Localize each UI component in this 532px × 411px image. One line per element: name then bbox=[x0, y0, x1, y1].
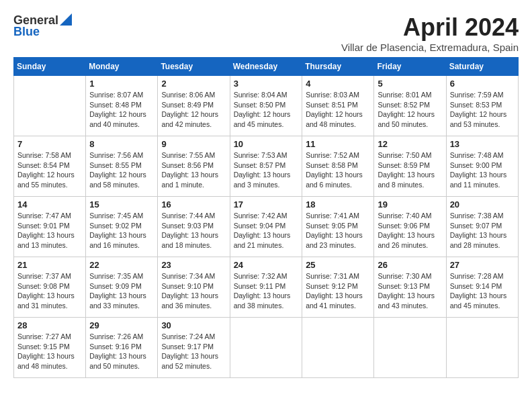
day-info: Sunrise: 7:26 AMSunset: 9:16 PMDaylight:… bbox=[89, 332, 154, 371]
calendar-cell: 18Sunrise: 7:41 AMSunset: 9:05 PMDayligh… bbox=[302, 197, 374, 257]
day-info: Sunrise: 7:59 AMSunset: 8:53 PMDaylight:… bbox=[450, 90, 515, 130]
day-info: Sunrise: 7:44 AMSunset: 9:03 PMDaylight:… bbox=[161, 211, 226, 250]
day-info: Sunrise: 7:34 AMSunset: 9:10 PMDaylight:… bbox=[161, 271, 226, 311]
calendar-cell: 19Sunrise: 7:40 AMSunset: 9:06 PMDayligh… bbox=[374, 197, 446, 257]
calendar-cell: 22Sunrise: 7:35 AMSunset: 9:09 PMDayligh… bbox=[86, 257, 158, 318]
calendar-cell bbox=[230, 318, 302, 378]
calendar-cell: 10Sunrise: 7:53 AMSunset: 8:57 PMDayligh… bbox=[230, 136, 302, 197]
day-number: 27 bbox=[450, 260, 515, 270]
day-info: Sunrise: 7:58 AMSunset: 8:54 PMDaylight:… bbox=[17, 150, 82, 190]
logo-blue-text: Blue bbox=[13, 25, 40, 39]
weekday-header-sunday: Sunday bbox=[14, 58, 86, 76]
calendar-cell: 24Sunrise: 7:32 AMSunset: 9:11 PMDayligh… bbox=[230, 257, 302, 318]
day-number: 24 bbox=[234, 260, 299, 270]
day-info: Sunrise: 7:42 AMSunset: 9:04 PMDaylight:… bbox=[234, 211, 299, 250]
weekday-header-wednesday: Wednesday bbox=[230, 58, 302, 76]
calendar-cell: 15Sunrise: 7:45 AMSunset: 9:02 PMDayligh… bbox=[86, 197, 158, 257]
day-number: 6 bbox=[450, 79, 515, 89]
day-number: 21 bbox=[17, 260, 82, 270]
day-info: Sunrise: 7:56 AMSunset: 8:55 PMDaylight:… bbox=[89, 150, 154, 190]
calendar-cell bbox=[374, 318, 446, 378]
day-info: Sunrise: 7:40 AMSunset: 9:06 PMDaylight:… bbox=[378, 211, 442, 250]
calendar-cell: 23Sunrise: 7:34 AMSunset: 9:10 PMDayligh… bbox=[158, 257, 230, 318]
day-info: Sunrise: 7:27 AMSunset: 9:15 PMDaylight:… bbox=[17, 332, 82, 371]
day-info: Sunrise: 8:03 AMSunset: 8:51 PMDaylight:… bbox=[306, 90, 370, 130]
calendar-cell bbox=[446, 318, 518, 378]
calendar-cell: 14Sunrise: 7:47 AMSunset: 9:01 PMDayligh… bbox=[14, 197, 86, 257]
calendar-cell bbox=[14, 76, 86, 136]
weekday-header-friday: Friday bbox=[374, 58, 446, 76]
day-info: Sunrise: 7:37 AMSunset: 9:08 PMDaylight:… bbox=[17, 271, 82, 311]
day-number: 26 bbox=[378, 260, 442, 270]
weekday-header-row: SundayMondayTuesdayWednesdayThursdayFrid… bbox=[14, 58, 519, 76]
calendar-cell: 9Sunrise: 7:55 AMSunset: 8:56 PMDaylight… bbox=[158, 136, 230, 197]
day-number: 1 bbox=[89, 79, 154, 89]
week-row-3: 14Sunrise: 7:47 AMSunset: 9:01 PMDayligh… bbox=[14, 197, 519, 257]
day-number: 12 bbox=[378, 139, 442, 149]
weekday-header-tuesday: Tuesday bbox=[158, 58, 230, 76]
calendar-cell: 2Sunrise: 8:06 AMSunset: 8:49 PMDaylight… bbox=[158, 76, 230, 136]
calendar-table: SundayMondayTuesdayWednesdayThursdayFrid… bbox=[13, 57, 519, 378]
weekday-header-saturday: Saturday bbox=[446, 58, 518, 76]
day-info: Sunrise: 7:35 AMSunset: 9:09 PMDaylight:… bbox=[89, 271, 154, 311]
day-number: 11 bbox=[306, 139, 370, 149]
day-info: Sunrise: 8:06 AMSunset: 8:49 PMDaylight:… bbox=[161, 90, 226, 130]
calendar-cell: 11Sunrise: 7:52 AMSunset: 8:58 PMDayligh… bbox=[302, 136, 374, 197]
calendar-cell: 17Sunrise: 7:42 AMSunset: 9:04 PMDayligh… bbox=[230, 197, 302, 257]
day-info: Sunrise: 7:48 AMSunset: 9:00 PMDaylight:… bbox=[450, 150, 515, 190]
day-info: Sunrise: 8:07 AMSunset: 8:48 PMDaylight:… bbox=[89, 90, 154, 130]
calendar-cell: 13Sunrise: 7:48 AMSunset: 9:00 PMDayligh… bbox=[446, 136, 518, 197]
day-info: Sunrise: 8:01 AMSunset: 8:52 PMDaylight:… bbox=[378, 90, 442, 130]
day-number: 20 bbox=[450, 199, 515, 210]
day-number: 16 bbox=[161, 199, 226, 210]
calendar-cell: 12Sunrise: 7:50 AMSunset: 8:59 PMDayligh… bbox=[374, 136, 446, 197]
day-info: Sunrise: 7:47 AMSunset: 9:01 PMDaylight:… bbox=[17, 211, 82, 250]
page-header: General Blue April 2024 Villar de Plasen… bbox=[13, 13, 519, 53]
day-number: 18 bbox=[306, 199, 370, 210]
calendar-cell: 21Sunrise: 7:37 AMSunset: 9:08 PMDayligh… bbox=[14, 257, 86, 318]
day-info: Sunrise: 7:30 AMSunset: 9:13 PMDaylight:… bbox=[378, 271, 442, 311]
day-number: 29 bbox=[89, 320, 154, 330]
calendar-cell: 6Sunrise: 7:59 AMSunset: 8:53 PMDaylight… bbox=[446, 76, 518, 136]
title-section: April 2024 Villar de Plasencia, Extremad… bbox=[341, 13, 519, 53]
calendar-cell: 16Sunrise: 7:44 AMSunset: 9:03 PMDayligh… bbox=[158, 197, 230, 257]
day-number: 3 bbox=[234, 79, 299, 89]
day-number: 13 bbox=[450, 139, 515, 149]
svg-marker-0 bbox=[60, 13, 72, 26]
day-info: Sunrise: 7:31 AMSunset: 9:12 PMDaylight:… bbox=[306, 271, 370, 311]
day-info: Sunrise: 7:38 AMSunset: 9:07 PMDaylight:… bbox=[450, 211, 515, 250]
calendar-cell: 20Sunrise: 7:38 AMSunset: 9:07 PMDayligh… bbox=[446, 197, 518, 257]
calendar-cell bbox=[302, 318, 374, 378]
day-info: Sunrise: 7:45 AMSunset: 9:02 PMDaylight:… bbox=[89, 211, 154, 250]
day-number: 17 bbox=[234, 199, 299, 210]
day-number: 4 bbox=[306, 79, 370, 89]
day-number: 19 bbox=[378, 199, 442, 210]
calendar-cell: 1Sunrise: 8:07 AMSunset: 8:48 PMDaylight… bbox=[86, 76, 158, 136]
week-row-1: 1Sunrise: 8:07 AMSunset: 8:48 PMDaylight… bbox=[14, 76, 519, 136]
weekday-header-monday: Monday bbox=[86, 58, 158, 76]
weekday-header-thursday: Thursday bbox=[302, 58, 374, 76]
day-number: 28 bbox=[17, 320, 82, 330]
day-info: Sunrise: 7:24 AMSunset: 9:17 PMDaylight:… bbox=[161, 332, 226, 371]
day-number: 25 bbox=[306, 260, 370, 270]
month-title: April 2024 bbox=[341, 13, 519, 42]
calendar-cell: 7Sunrise: 7:58 AMSunset: 8:54 PMDaylight… bbox=[14, 136, 86, 197]
logo-arrow-icon bbox=[60, 13, 72, 26]
day-number: 14 bbox=[17, 199, 82, 210]
day-number: 15 bbox=[89, 199, 154, 210]
calendar-cell: 27Sunrise: 7:28 AMSunset: 9:14 PMDayligh… bbox=[446, 257, 518, 318]
calendar-cell: 5Sunrise: 8:01 AMSunset: 8:52 PMDaylight… bbox=[374, 76, 446, 136]
day-number: 22 bbox=[89, 260, 154, 270]
day-number: 2 bbox=[161, 79, 226, 89]
day-info: Sunrise: 7:32 AMSunset: 9:11 PMDaylight:… bbox=[234, 271, 299, 311]
calendar-cell: 30Sunrise: 7:24 AMSunset: 9:17 PMDayligh… bbox=[158, 318, 230, 378]
day-number: 5 bbox=[378, 79, 442, 89]
week-row-4: 21Sunrise: 7:37 AMSunset: 9:08 PMDayligh… bbox=[14, 257, 519, 318]
day-number: 23 bbox=[161, 260, 226, 270]
calendar-cell: 3Sunrise: 8:04 AMSunset: 8:50 PMDaylight… bbox=[230, 76, 302, 136]
day-info: Sunrise: 7:52 AMSunset: 8:58 PMDaylight:… bbox=[306, 150, 370, 190]
calendar-cell: 26Sunrise: 7:30 AMSunset: 9:13 PMDayligh… bbox=[374, 257, 446, 318]
day-number: 9 bbox=[161, 139, 226, 149]
day-number: 7 bbox=[17, 139, 82, 149]
day-info: Sunrise: 7:41 AMSunset: 9:05 PMDaylight:… bbox=[306, 211, 370, 250]
